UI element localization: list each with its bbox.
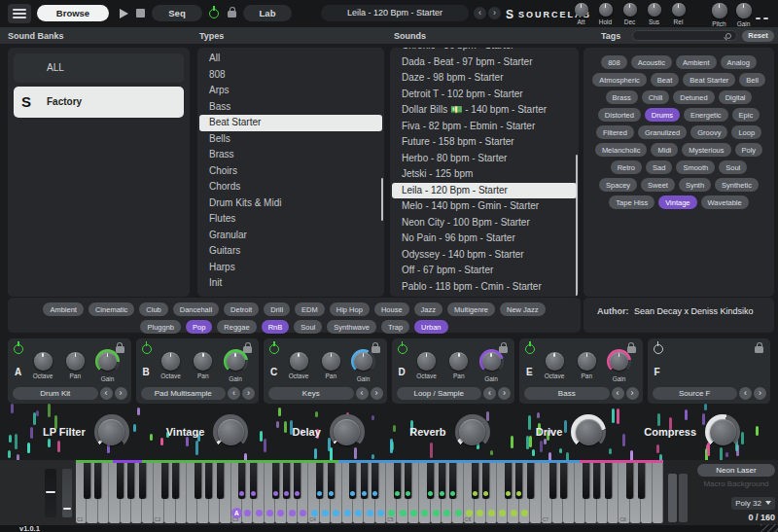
black-key[interactable] xyxy=(205,463,212,499)
type-item[interactable]: 808 xyxy=(197,67,384,84)
power-icon[interactable] xyxy=(209,9,219,18)
gain-knob[interactable] xyxy=(610,352,628,371)
black-key[interactable] xyxy=(117,463,124,499)
next-source-button[interactable]: › xyxy=(754,387,766,400)
sound-item[interactable]: Future - 158 bpm - Starter xyxy=(390,134,579,151)
black-key[interactable] xyxy=(194,463,201,499)
genre-pill[interactable]: Jazz xyxy=(414,302,442,316)
source-select[interactable]: Drum Kit xyxy=(13,387,98,400)
black-key[interactable] xyxy=(172,463,179,499)
tag-pill[interactable]: Wavetable xyxy=(701,195,749,209)
effect-knob-cap[interactable] xyxy=(218,419,244,445)
power-icon[interactable] xyxy=(14,344,23,354)
octave-knob[interactable] xyxy=(290,352,308,371)
octave-knob[interactable] xyxy=(546,352,564,371)
prev-source-button[interactable]: ‹ xyxy=(100,387,113,400)
tag-pill[interactable]: Mysterious xyxy=(682,143,730,157)
tag-pill[interactable]: Drums xyxy=(645,108,680,122)
sound-item[interactable]: No Pain - 96 bpm - Starter xyxy=(390,231,579,247)
sound-item[interactable]: Pablo - 118 bpm - Cmin - Starter xyxy=(390,279,579,296)
effect-knob[interactable] xyxy=(455,414,490,449)
play-icon[interactable] xyxy=(120,9,128,18)
tag-pill[interactable]: Synth xyxy=(679,178,711,192)
pan-knob[interactable] xyxy=(66,352,85,371)
black-key[interactable] xyxy=(527,463,534,499)
reset-button[interactable]: Reset xyxy=(742,30,774,42)
sound-item[interactable]: Leila - 120 Bpm - Starter xyxy=(392,183,577,199)
tag-pill[interactable]: Midi xyxy=(651,143,678,157)
type-item[interactable]: Drum Kits & Midi xyxy=(197,195,384,212)
black-key[interactable] xyxy=(84,463,90,499)
att-knob[interactable] xyxy=(575,3,588,17)
gain-knob[interactable] xyxy=(354,352,372,371)
type-item[interactable]: Flutes xyxy=(197,211,384,228)
keyboard-range-handle[interactable] xyxy=(679,474,688,522)
tag-pill[interactable]: Atmospheric xyxy=(592,73,647,87)
pan-knob[interactable] xyxy=(449,352,468,371)
black-key[interactable] xyxy=(605,463,612,499)
black-key[interactable] xyxy=(560,463,567,499)
sound-item[interactable]: Dollar Bills 💵 - 140 bpm - Starter xyxy=(390,102,579,119)
tag-pill[interactable]: Detuned xyxy=(673,90,714,104)
tag-pill[interactable]: Filtered xyxy=(596,125,634,139)
type-item[interactable]: Bells xyxy=(197,131,384,148)
prev-source-button[interactable]: ‹ xyxy=(228,387,240,400)
sound-item[interactable]: Odyssey - 140 bpm - Starter xyxy=(390,247,579,264)
bank-item[interactable]: SFactory xyxy=(14,87,184,118)
tag-pill[interactable]: Sad xyxy=(646,160,672,174)
source-select[interactable]: Bass xyxy=(524,387,610,400)
tag-pill[interactable]: Retro xyxy=(611,160,642,174)
effect-knob-cap[interactable] xyxy=(459,419,485,445)
tag-pill[interactable]: Analog xyxy=(721,55,757,69)
tag-pill[interactable]: Melancholic xyxy=(595,143,648,157)
genre-pill[interactable]: Pop xyxy=(186,320,212,334)
hold-knob[interactable] xyxy=(599,3,613,17)
black-key[interactable] xyxy=(549,463,556,499)
gain-knob[interactable] xyxy=(482,352,501,371)
stop-icon[interactable] xyxy=(136,9,145,18)
sound-item[interactable]: Dada - Beat - 97 bpm - Starter xyxy=(390,54,579,71)
next-source-button[interactable]: › xyxy=(242,387,255,400)
genre-pill[interactable]: Reggae xyxy=(217,320,256,334)
tag-pill[interactable]: Brass xyxy=(606,90,638,104)
sus-knob[interactable] xyxy=(648,3,661,17)
lab-tab[interactable]: Lab xyxy=(243,5,292,21)
effect-knob[interactable] xyxy=(94,414,129,449)
genre-pill[interactable]: Urban xyxy=(414,320,447,334)
resize-handle-icon[interactable] xyxy=(756,18,768,19)
tag-pill[interactable]: Smooth xyxy=(676,160,715,174)
dec-knob[interactable] xyxy=(623,3,637,17)
mod-wheel[interactable] xyxy=(62,469,72,517)
genre-pill[interactable]: Detroit xyxy=(224,302,259,316)
browse-tab[interactable]: Browse xyxy=(37,5,109,21)
black-key[interactable] xyxy=(94,463,101,499)
genre-pill[interactable]: Dancehall xyxy=(173,302,219,316)
effect-knob[interactable] xyxy=(213,414,248,449)
pan-knob[interactable] xyxy=(322,352,340,371)
sound-item[interactable]: Detroit T - 102 bpm - Starter xyxy=(390,87,579,103)
type-item[interactable]: Bass xyxy=(197,99,384,116)
sound-item[interactable]: Jetski - 125 bpm xyxy=(390,166,579,183)
next-source-button[interactable]: › xyxy=(626,387,639,400)
black-key[interactable] xyxy=(161,463,168,499)
white-key[interactable] xyxy=(653,463,663,523)
next-source-button[interactable]: › xyxy=(115,387,127,400)
octave-knob[interactable] xyxy=(417,352,436,371)
genre-pill[interactable]: Trap xyxy=(381,320,409,334)
black-key[interactable] xyxy=(593,463,600,499)
prev-source-button[interactable]: ‹ xyxy=(356,387,369,400)
keyboard[interactable]: C1C2C3AC4C5C6C7C8 xyxy=(76,463,663,523)
next-source-button[interactable]: › xyxy=(498,387,511,400)
power-icon[interactable] xyxy=(142,344,152,354)
rel-knob[interactable] xyxy=(672,3,686,17)
type-item[interactable]: Arps xyxy=(197,83,384,99)
power-icon[interactable] xyxy=(525,344,535,354)
tag-pill[interactable]: Epic xyxy=(732,108,760,122)
sound-item[interactable]: Herbo - 80 bpm - Starter xyxy=(390,151,579,167)
tag-pill[interactable]: Beat Starter xyxy=(683,73,735,87)
pan-knob[interactable] xyxy=(194,352,212,371)
black-key[interactable] xyxy=(583,463,589,499)
genre-pill[interactable]: Soul xyxy=(294,320,322,334)
gain-knob[interactable] xyxy=(736,3,752,18)
tag-pill[interactable]: Digital xyxy=(719,90,753,104)
